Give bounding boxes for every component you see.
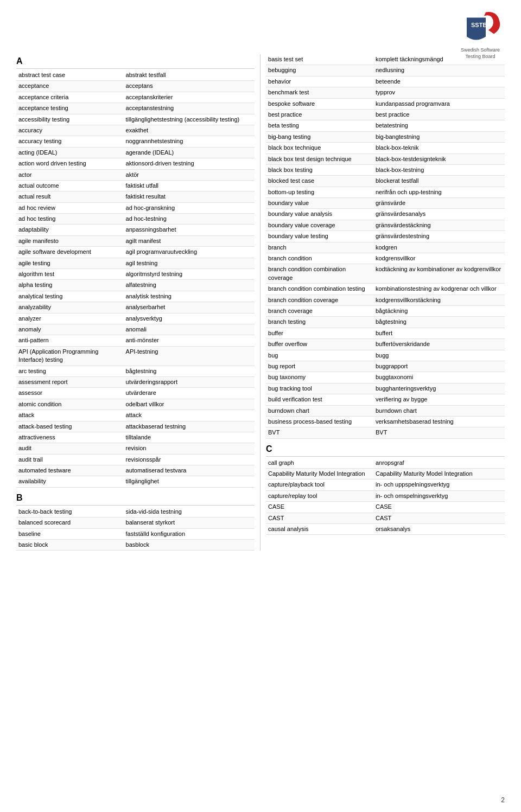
left-translation: alfatestning (124, 280, 255, 291)
right-term-c: Capability Maturity Model Integration (266, 469, 373, 479)
left-translation: noggrannhetstestning (124, 136, 255, 147)
right-term: BVT (266, 427, 373, 438)
right-term: boundary value analysis (266, 209, 373, 220)
left-term: ad hoc review (16, 202, 124, 213)
right-term-c: CASE (266, 502, 373, 513)
right-translation: best practice (373, 109, 505, 120)
left-term: agile software development (16, 247, 124, 258)
left-translation: faktiskt utfall (124, 180, 255, 191)
left-translation: basblock (124, 540, 255, 551)
right-term: bebugging (266, 65, 373, 76)
left-term: adaptability (16, 225, 124, 235)
left-translation: agerande (IDEAL) (124, 147, 255, 158)
left-translation: aktör (124, 169, 255, 180)
right-translation: gränsvärde (373, 198, 505, 209)
right-translation: blockerat testfall (373, 176, 505, 187)
left-term: action word driven testing (16, 158, 124, 169)
right-translation-c: orsaksanalys (373, 524, 505, 535)
right-translation: nerifrån och upp-testning (373, 187, 505, 197)
right-translation: kodgren (373, 242, 505, 253)
left-translation: balanserat styrkort (124, 517, 255, 528)
right-term: boundary value (266, 198, 373, 209)
left-term: anomaly (16, 324, 124, 335)
right-term: behavior (266, 76, 373, 87)
right-translation: kodgrensvillkor (373, 253, 505, 264)
left-translation: aktionsord-driven testning (124, 158, 255, 169)
page-number: 2 (501, 796, 505, 804)
left-translation: odelbart villkor (124, 399, 255, 410)
right-term: big-bang testing (266, 131, 373, 142)
right-term: branch condition (266, 253, 373, 264)
right-translation: kodgrensvillkorstäckning (373, 295, 505, 305)
right-translation: black-box-testning (373, 164, 505, 175)
left-translation: anpassningsbarhet (124, 225, 255, 235)
right-translation: betatestning (373, 120, 505, 131)
right-translation-c: in- och omspelningsverktyg (373, 490, 505, 501)
right-term: buffer (266, 328, 373, 338)
right-translation: kodtäckning av kombinationer av kodgrenv… (373, 264, 505, 284)
right-term: branch condition coverage (266, 295, 373, 305)
right-term: black box test design technique (266, 154, 373, 164)
left-term: accuracy testing (16, 136, 124, 147)
right-term: benchmark test (266, 87, 373, 98)
left-translation: bågtestning (124, 366, 255, 376)
left-table: abstract test caseabstrakt testfallaccep… (16, 70, 255, 488)
left-translation: sida-vid-sida testning (124, 507, 255, 517)
left-translation: utvärderare (124, 388, 255, 399)
left-term: alpha testing (16, 280, 124, 291)
left-term: attack-based testing (16, 421, 124, 432)
left-term: agile testing (16, 258, 124, 268)
left-term: actual result (16, 191, 124, 202)
right-term: bug taxonomy (266, 372, 373, 383)
left-translation: ad hoc-testning (124, 214, 255, 225)
left-term: accessibility testing (16, 114, 124, 125)
right-term: bug tracking tool (266, 383, 373, 394)
right-translation-c: in- och uppspelningsverktyg (373, 479, 505, 490)
content-area: A abstract test caseabstrakt testfallacc… (16, 54, 505, 551)
right-translation-c: anropsgraf (373, 458, 505, 469)
right-term-c: causal analysis (266, 524, 373, 535)
right-term: branch testing (266, 317, 373, 328)
left-term: analytical testing (16, 291, 124, 302)
left-term: attack (16, 410, 124, 421)
left-term: assessment report (16, 376, 124, 387)
right-translation: burndown chart (373, 405, 505, 416)
left-translation: tilltalande (124, 432, 255, 443)
right-translation: bågtäckning (373, 305, 505, 316)
right-translation: gränsvärdesanalys (373, 209, 505, 220)
right-translation: bugghanteringsverktyg (373, 383, 505, 394)
right-translation: typprov (373, 87, 505, 98)
left-translation: API-testning (124, 346, 255, 366)
left-translation: algoritmstyrd testning (124, 269, 255, 280)
right-term: bug report (266, 361, 373, 372)
left-translation: utvärderingsrapport (124, 376, 255, 387)
right-translation-c: CAST (373, 513, 505, 523)
left-term: actual outcome (16, 180, 124, 191)
left-term: baseline (16, 528, 124, 539)
right-term: boundary value testing (266, 231, 373, 242)
left-translation: revisionsspår (124, 454, 255, 465)
right-translation-c: CASE (373, 502, 505, 513)
right-table: basis test setkomplett täckningsmängdbeb… (266, 54, 505, 439)
page: SSTB Swedish SoftwareTesting Board A abs… (0, 0, 521, 812)
left-translation: analyserbarhet (124, 302, 255, 313)
right-term-c: call graph (266, 458, 373, 469)
right-translation: kombinationstestning av kodgrenar och vi… (373, 284, 505, 295)
left-term: acceptance criteria (16, 92, 124, 103)
left-term: analyzer (16, 313, 124, 324)
logo-subtitle: Swedish SoftwareTesting Board (456, 47, 505, 60)
left-column: A abstract test caseabstrakt testfallacc… (16, 54, 260, 551)
left-term: automated testware (16, 465, 124, 476)
left-translation: agil programvaruutveckling (124, 247, 255, 258)
left-term: availability (16, 476, 124, 487)
right-translation: black-box-testdesignteknik (373, 154, 505, 164)
left-term: acceptance (16, 81, 124, 92)
left-translation: tillgänglighetstestning (accessibility t… (124, 114, 255, 125)
left-translation: tillgänglighet (124, 476, 255, 487)
left-translation: exakthet (124, 125, 255, 136)
section-b-header: B (16, 491, 255, 506)
right-term: bottom-up testing (266, 187, 373, 197)
right-term: boundary value coverage (266, 220, 373, 231)
left-term: balanced scorecard (16, 517, 124, 528)
right-term-c: CAST (266, 513, 373, 523)
